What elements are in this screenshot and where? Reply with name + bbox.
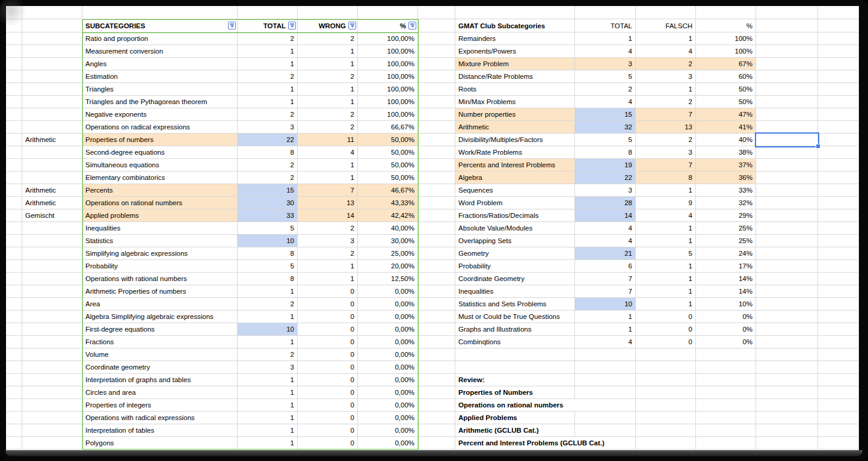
cell[interactable] bbox=[82, 6, 238, 19]
gmat-subcategory-cell[interactable]: Absolute Value/Modules bbox=[455, 222, 575, 235]
cell[interactable] bbox=[418, 412, 455, 424]
cell[interactable] bbox=[455, 348, 575, 361]
cell[interactable] bbox=[418, 298, 455, 311]
gmat-falsch-cell[interactable]: 1 bbox=[636, 285, 696, 298]
pct-cell[interactable]: 0,00% bbox=[358, 386, 418, 399]
gmat-falsch-cell[interactable]: 1 bbox=[636, 222, 696, 235]
cell[interactable] bbox=[818, 222, 859, 235]
total-cell[interactable]: 8 bbox=[238, 247, 298, 260]
cell[interactable] bbox=[575, 348, 636, 361]
subcategory-cell[interactable]: Operations with radical expressions bbox=[82, 412, 238, 424]
cell[interactable] bbox=[22, 260, 82, 273]
pct-cell[interactable]: 50,00% bbox=[358, 159, 418, 172]
cell[interactable] bbox=[22, 108, 82, 121]
cell[interactable] bbox=[756, 197, 818, 209]
wrong-cell[interactable]: 0 bbox=[298, 336, 358, 348]
subcategory-cell[interactable]: Estimation bbox=[82, 70, 238, 83]
cell[interactable] bbox=[818, 70, 859, 83]
subcategory-cell[interactable]: Polygons bbox=[82, 437, 238, 450]
header-gmat-total-cell[interactable]: TOTAL bbox=[575, 19, 636, 32]
cell[interactable] bbox=[696, 374, 756, 386]
group-cell[interactable]: Gemischt bbox=[22, 209, 82, 222]
subcategory-cell[interactable]: Inequalities bbox=[82, 222, 238, 235]
cell[interactable] bbox=[818, 298, 859, 311]
cell[interactable] bbox=[756, 159, 818, 172]
pct-cell[interactable]: 25,00% bbox=[358, 247, 418, 260]
cell[interactable] bbox=[636, 361, 696, 374]
gmat-falsch-cell[interactable]: 2 bbox=[636, 134, 696, 146]
cell[interactable] bbox=[22, 172, 82, 184]
cell[interactable] bbox=[818, 235, 859, 247]
gmat-falsch-cell[interactable]: 0 bbox=[636, 336, 696, 348]
gmat-subcategory-cell[interactable]: Must or Could be True Questions bbox=[455, 311, 575, 323]
cell[interactable] bbox=[756, 374, 818, 386]
wrong-cell[interactable]: 1 bbox=[298, 159, 358, 172]
cell[interactable] bbox=[6, 260, 22, 273]
pct-cell[interactable]: 50,00% bbox=[358, 146, 418, 159]
cell[interactable] bbox=[756, 311, 818, 323]
total-cell[interactable]: 1 bbox=[238, 336, 298, 348]
gmat-subcategory-cell[interactable]: Combinqtions bbox=[455, 336, 575, 348]
gmat-total-cell[interactable]: 7 bbox=[575, 273, 636, 285]
total-cell[interactable]: 1 bbox=[238, 437, 298, 450]
cell[interactable] bbox=[22, 159, 82, 172]
cell[interactable] bbox=[418, 348, 455, 361]
pct-cell[interactable]: 0,00% bbox=[358, 323, 418, 336]
total-cell[interactable]: 1 bbox=[238, 374, 298, 386]
subcategory-cell[interactable]: Operations on rational numbers bbox=[82, 197, 238, 209]
cell[interactable] bbox=[636, 437, 696, 450]
wrong-cell[interactable]: 2 bbox=[298, 32, 358, 45]
wrong-cell[interactable]: 1 bbox=[298, 273, 358, 285]
total-cell[interactable]: 2 bbox=[238, 348, 298, 361]
gmat-total-cell[interactable]: 22 bbox=[575, 172, 636, 184]
cell[interactable] bbox=[756, 209, 818, 222]
pct-cell[interactable]: 66,67% bbox=[358, 121, 418, 134]
cell[interactable] bbox=[818, 273, 859, 285]
gmat-total-cell[interactable]: 32 bbox=[575, 121, 636, 134]
gmat-subcategory-cell[interactable]: Work/Rate Problems bbox=[455, 146, 575, 159]
cell[interactable] bbox=[756, 336, 818, 348]
filter-icon[interactable] bbox=[408, 22, 416, 29]
total-cell[interactable]: 1 bbox=[238, 424, 298, 437]
gmat-pct-cell[interactable]: 36% bbox=[696, 172, 756, 184]
gmat-subcategory-cell[interactable]: Graphs and Illustrations bbox=[455, 323, 575, 336]
gmat-pct-cell[interactable]: 32% bbox=[696, 197, 756, 209]
review-item-cell[interactable]: Properties of Numbers bbox=[455, 386, 575, 399]
cell[interactable] bbox=[455, 361, 575, 374]
cell[interactable] bbox=[6, 235, 22, 247]
pct-cell[interactable]: 0,00% bbox=[358, 424, 418, 437]
pct-cell[interactable]: 0,00% bbox=[358, 285, 418, 298]
cell[interactable] bbox=[818, 108, 859, 121]
cell[interactable] bbox=[756, 96, 818, 108]
gmat-total-cell[interactable]: 5 bbox=[575, 134, 636, 146]
subcategory-cell[interactable]: First-degree equations bbox=[82, 323, 238, 336]
total-cell[interactable]: 1 bbox=[238, 45, 298, 58]
cell[interactable] bbox=[6, 197, 22, 209]
cell[interactable] bbox=[756, 6, 818, 19]
gmat-subcategory-cell[interactable]: Percents and Interest Problems bbox=[455, 159, 575, 172]
gmat-falsch-cell[interactable]: 4 bbox=[636, 209, 696, 222]
pct-cell[interactable]: 0,00% bbox=[358, 311, 418, 323]
cell[interactable] bbox=[636, 6, 696, 19]
cell[interactable] bbox=[575, 399, 636, 412]
subcategory-cell[interactable]: Algebra Simplifying algebraic expression… bbox=[82, 311, 238, 323]
gmat-total-cell[interactable]: 6 bbox=[575, 260, 636, 273]
gmat-subcategory-cell[interactable]: Roots bbox=[455, 83, 575, 96]
cell[interactable] bbox=[418, 159, 455, 172]
gmat-falsch-cell[interactable]: 1 bbox=[636, 298, 696, 311]
gmat-subcategory-cell[interactable]: Coordinate Geometry bbox=[455, 273, 575, 285]
cell[interactable] bbox=[22, 273, 82, 285]
cell[interactable] bbox=[418, 172, 455, 184]
cell[interactable] bbox=[418, 437, 455, 450]
cell[interactable] bbox=[418, 134, 455, 146]
total-cell[interactable]: 33 bbox=[238, 209, 298, 222]
gmat-pct-cell[interactable]: 25% bbox=[696, 235, 756, 247]
group-cell[interactable]: Arithmetic bbox=[22, 184, 82, 197]
cell[interactable] bbox=[418, 146, 455, 159]
total-cell[interactable]: 2 bbox=[238, 32, 298, 45]
gmat-subcategory-cell[interactable]: Exponents/Powers bbox=[455, 45, 575, 58]
cell[interactable] bbox=[418, 374, 455, 386]
header-pct-cell[interactable]: % bbox=[358, 19, 418, 32]
gmat-subcategory-cell[interactable]: Geometry bbox=[455, 247, 575, 260]
gmat-total-cell[interactable]: 19 bbox=[575, 159, 636, 172]
